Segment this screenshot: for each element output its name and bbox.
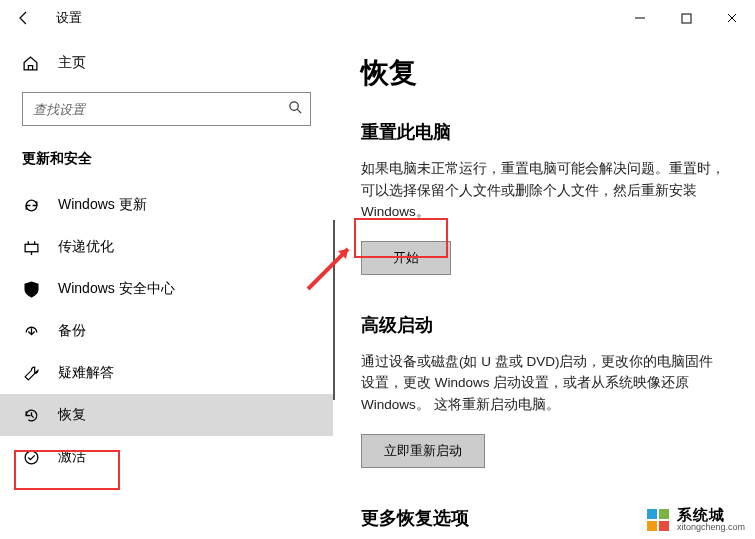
sidebar-home[interactable]: 主页 xyxy=(0,44,333,82)
svg-rect-1 xyxy=(682,14,691,23)
minimize-icon xyxy=(634,12,646,24)
watermark-name: 系统城 xyxy=(677,507,745,524)
window-title: 设置 xyxy=(56,9,82,27)
backup-icon xyxy=(22,323,40,340)
sidebar-item-label: 备份 xyxy=(58,322,86,340)
maximize-button[interactable] xyxy=(663,2,709,34)
sidebar: 主页 更新和安全 Windows 更新 传递优化 Windows 安全中心 备份… xyxy=(0,36,333,539)
sidebar-item-troubleshoot[interactable]: 疑难解答 xyxy=(0,352,333,394)
minimize-button[interactable] xyxy=(617,2,663,34)
sidebar-item-recovery[interactable]: 恢复 xyxy=(0,394,333,436)
delivery-icon xyxy=(22,239,40,256)
svg-point-5 xyxy=(25,451,38,464)
reset-start-button[interactable]: 开始 xyxy=(361,241,451,275)
advanced-section: 高级启动 通过设备或磁盘(如 U 盘或 DVD)启动，更改你的电脑固件设置，更改… xyxy=(361,313,725,468)
advanced-restart-button[interactable]: 立即重新启动 xyxy=(361,434,485,468)
sidebar-item-windows-update[interactable]: Windows 更新 xyxy=(0,184,333,226)
reset-heading: 重置此电脑 xyxy=(361,120,725,144)
sidebar-item-activation[interactable]: 激活 xyxy=(0,436,333,478)
reset-body: 如果电脑未正常运行，重置电脑可能会解决问题。重置时，可以选择保留个人文件或删除个… xyxy=(361,158,725,223)
sidebar-section-header: 更新和安全 xyxy=(0,144,333,184)
activation-icon xyxy=(22,449,40,466)
main-panel: 恢复 重置此电脑 如果电脑未正常运行，重置电脑可能会解决问题。重置时，可以选择保… xyxy=(333,36,755,539)
sidebar-item-delivery-optimization[interactable]: 传递优化 xyxy=(0,226,333,268)
svg-line-3 xyxy=(297,109,301,113)
close-icon xyxy=(726,12,738,24)
shield-icon xyxy=(22,281,40,298)
watermark-logo xyxy=(647,509,671,531)
search-input[interactable] xyxy=(22,92,311,126)
advanced-heading: 高级启动 xyxy=(361,313,725,337)
svg-point-2 xyxy=(290,102,298,110)
sidebar-item-windows-security[interactable]: Windows 安全中心 xyxy=(0,268,333,310)
sidebar-item-backup[interactable]: 备份 xyxy=(0,310,333,352)
sidebar-item-label: 疑难解答 xyxy=(58,364,114,382)
history-icon xyxy=(22,407,40,424)
wrench-icon xyxy=(22,365,40,382)
maximize-icon xyxy=(681,13,692,24)
advanced-body: 通过设备或磁盘(如 U 盘或 DVD)启动，更改你的电脑固件设置，更改 Wind… xyxy=(361,351,725,416)
sidebar-item-label: Windows 安全中心 xyxy=(58,280,175,298)
titlebar: 设置 xyxy=(0,0,755,36)
back-button[interactable] xyxy=(8,2,40,34)
watermark-url: xitongcheng.com xyxy=(677,523,745,533)
sync-icon xyxy=(22,197,40,214)
sidebar-item-label: 激活 xyxy=(58,448,86,466)
sidebar-item-label: 恢复 xyxy=(58,406,86,424)
watermark: 系统城 xitongcheng.com xyxy=(647,507,745,533)
sidebar-item-label: 传递优化 xyxy=(58,238,114,256)
home-icon xyxy=(22,55,40,72)
search-icon xyxy=(288,100,303,118)
sidebar-home-label: 主页 xyxy=(58,54,86,72)
arrow-left-icon xyxy=(16,10,32,26)
close-button[interactable] xyxy=(709,2,755,34)
reset-section: 重置此电脑 如果电脑未正常运行，重置电脑可能会解决问题。重置时，可以选择保留个人… xyxy=(361,120,725,275)
scroll-indicator xyxy=(333,220,335,400)
page-title: 恢复 xyxy=(361,54,725,92)
sidebar-item-label: Windows 更新 xyxy=(58,196,147,214)
search-wrap xyxy=(22,92,311,126)
svg-rect-4 xyxy=(25,244,38,251)
